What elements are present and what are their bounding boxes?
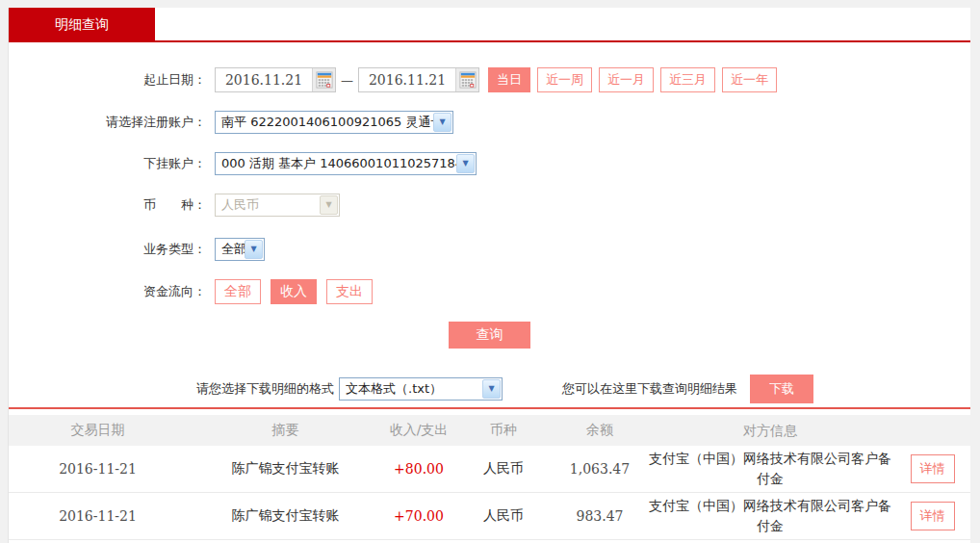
tab-bar: 明细查询 <box>9 8 970 42</box>
fund-flow-label: 资金流向： <box>9 283 206 300</box>
sub-account-label: 下挂账户： <box>9 155 206 172</box>
cell-balance: 1,063.47 <box>554 461 646 477</box>
register-account-row: 请选择注册账户： 南平 6222001406100921065 灵通卡 ▼ <box>9 110 970 135</box>
sub-account-select[interactable]: 000 活期 基本户 1406600101102571848 ▼ <box>215 152 477 175</box>
cell-amount: +70.00 <box>384 508 453 524</box>
chevron-down-icon: ▼ <box>482 379 501 399</box>
date-from-value: 2016.11.21 <box>216 72 312 88</box>
query-button[interactable]: 查询 <box>449 322 530 349</box>
cell-date: 2016-11-21 <box>9 508 187 524</box>
register-account-value: 南平 6222001406100921065 灵通卡 <box>216 114 433 131</box>
chevron-down-icon: ▼ <box>245 240 263 259</box>
sub-account-row: 下挂账户： 000 活期 基本户 1406600101102571848 ▼ <box>9 151 970 176</box>
download-row: 请您选择下载明细的格式 文本格式（.txt） ▼ 您可以在这里下载查询明细结果 … <box>9 375 970 403</box>
download-format-value: 文本格式（.txt） <box>340 380 482 398</box>
date-range-row: 起止日期： 2016.11.21 <box>9 67 970 92</box>
table-row: 2016-11-21 陈广锦支付宝转账 +70.00 人民币 983.47 支付… <box>9 493 970 540</box>
date-to-input[interactable]: 2016.11.21 <box>358 67 479 92</box>
quick-range-week-button[interactable]: 近一周 <box>537 67 592 92</box>
tab-detail-query[interactable]: 明细查询 <box>9 8 155 42</box>
cell-currency: 人民币 <box>453 460 554 478</box>
cell-balance: 983.47 <box>554 508 646 524</box>
calendar-icon[interactable] <box>455 68 478 91</box>
header-currency: 币种 <box>453 422 554 439</box>
fund-flow-all-button[interactable]: 全部 <box>215 279 261 304</box>
date-separator: — <box>341 73 353 88</box>
fund-flow-expense-button[interactable]: 支出 <box>326 279 373 304</box>
download-button[interactable]: 下载 <box>750 375 813 403</box>
header-balance: 余额 <box>554 422 646 439</box>
page: 明细查询 起止日期： 2016.11.21 <box>0 0 980 543</box>
quick-range-month-button[interactable]: 近一月 <box>599 67 654 92</box>
quick-range-year-button[interactable]: 近一年 <box>722 67 777 92</box>
date-from-input[interactable]: 2016.11.21 <box>215 67 336 92</box>
query-form: 起止日期： 2016.11.21 <box>9 42 970 409</box>
query-button-row: 查询 <box>9 322 970 349</box>
download-format-label: 请您选择下载明细的格式 <box>196 380 334 398</box>
business-type-value: 全部 <box>216 241 245 258</box>
cell-date: 2016-11-21 <box>9 461 187 477</box>
download-hint: 您可以在这里下载查询明细结果 <box>562 380 737 398</box>
date-to-value: 2016.11.21 <box>359 72 455 88</box>
calendar-icon[interactable] <box>312 68 335 91</box>
cell-counterparty: 支付宝（中国）网络技术有限公司客户备付金 <box>646 496 894 536</box>
fund-flow-income-button[interactable]: 收入 <box>271 279 317 304</box>
tab-label: 明细查询 <box>55 16 109 34</box>
cell-amount: +80.00 <box>384 461 453 477</box>
table-header-row: 交易日期 摘要 收入/支出 币种 余额 对方信息 <box>9 415 970 446</box>
chevron-down-icon: ▼ <box>433 113 451 132</box>
header-date: 交易日期 <box>9 422 187 439</box>
currency-value: 人民币 <box>216 196 320 214</box>
quick-range-3months-button[interactable]: 近三月 <box>660 67 715 92</box>
detail-button[interactable]: 详情 <box>911 502 955 530</box>
chevron-down-icon: ▼ <box>456 154 475 173</box>
business-type-label: 业务类型： <box>9 241 206 258</box>
detail-button[interactable]: 详情 <box>911 454 955 483</box>
header-amount: 收入/支出 <box>384 422 453 439</box>
currency-row: 币 种： 人民币 ▼ <box>9 193 970 218</box>
currency-select: 人民币 ▼ <box>215 194 340 217</box>
date-range-label: 起止日期： <box>9 71 206 89</box>
register-account-select[interactable]: 南平 6222001406100921065 灵通卡 ▼ <box>215 111 453 134</box>
currency-label: 币 种： <box>9 196 206 214</box>
cell-currency: 人民币 <box>453 507 554 525</box>
header-counterparty: 对方信息 <box>646 421 894 441</box>
table-row: 2016-11-21 陈广锦支付宝转账 +80.00 人民币 1,063.47 … <box>9 446 970 493</box>
cell-summary: 陈广锦支付宝转账 <box>187 460 384 478</box>
register-account-label: 请选择注册账户： <box>9 114 206 131</box>
cell-counterparty: 支付宝（中国）网络技术有限公司客户备付金 <box>646 449 894 489</box>
fund-flow-row: 资金流向： 全部 收入 支出 <box>9 278 970 305</box>
header-summary: 摘要 <box>187 422 384 439</box>
quick-range-today-button[interactable]: 当日 <box>488 67 530 92</box>
chevron-down-icon: ▼ <box>320 195 338 215</box>
content-panel: 明细查询 起止日期： 2016.11.21 <box>8 8 970 543</box>
cell-summary: 陈广锦支付宝转账 <box>187 507 384 525</box>
business-type-select[interactable]: 全部 ▼ <box>215 238 265 261</box>
business-type-row: 业务类型： 全部 ▼ <box>9 237 970 262</box>
download-format-select[interactable]: 文本格式（.txt） ▼ <box>339 377 503 401</box>
results-table: 交易日期 摘要 收入/支出 币种 余额 对方信息 2016-11-21 陈广锦支… <box>9 415 970 540</box>
sub-account-value: 000 活期 基本户 1406600101102571848 <box>216 155 456 172</box>
section-divider <box>9 407 970 409</box>
